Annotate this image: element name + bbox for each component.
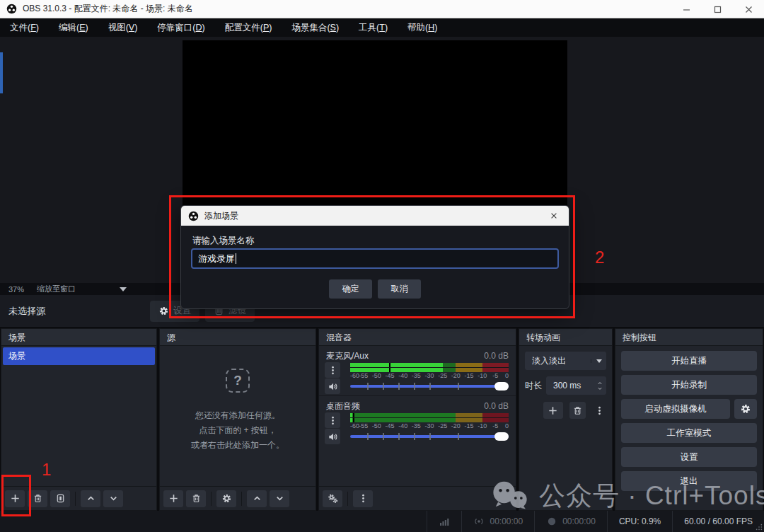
menu-scene-collection[interactable]: 场景集合(S) <box>282 18 349 37</box>
slider-ticks <box>353 433 445 440</box>
signal-bars-icon <box>439 516 450 527</box>
advanced-audio-button[interactable] <box>323 490 342 507</box>
minimize-button[interactable] <box>671 0 702 18</box>
mute-button[interactable] <box>325 429 340 444</box>
wechat-icon <box>491 480 529 512</box>
channel-menu-button[interactable] <box>325 412 340 428</box>
window-titlebar: OBS 31.0.3 - 配置文件: 未命名 - 场景: 未命名 <box>0 0 764 18</box>
speaker-icon <box>328 432 338 442</box>
studio-mode-button[interactable]: 工作室模式 <box>621 423 757 443</box>
watermark: 公众号 · Ctrl+Tools <box>491 478 764 514</box>
start-recording-button[interactable]: 开始录制 <box>621 375 757 395</box>
annotation-step-2: 2 <box>595 248 604 267</box>
dock-accent-strip <box>0 52 3 93</box>
source-properties-button[interactable] <box>216 490 236 507</box>
transition-menu-button[interactable] <box>594 403 606 418</box>
sources-panel: 源 ? 您还没有添加任何源。 点击下面的 + 按钮， 或者右击此处添加一个。 <box>159 328 316 511</box>
remove-source-button[interactable] <box>186 490 206 507</box>
mixer-menu-button[interactable] <box>353 490 373 507</box>
virtual-camera-settings-button[interactable] <box>734 399 757 419</box>
close-button[interactable] <box>733 0 764 18</box>
channel-name: 桌面音频 <box>326 400 360 412</box>
sources-empty-text: 您还没有添加任何源。 点击下面的 + 按钮， 或者右击此处添加一个。 <box>191 408 284 453</box>
add-source-button[interactable] <box>163 490 183 507</box>
menu-tools[interactable]: 工具(T) <box>349 18 398 37</box>
divider <box>75 492 76 506</box>
mute-button[interactable] <box>325 378 340 394</box>
resize-grip-icon[interactable] <box>756 524 763 531</box>
kebab-menu-icon <box>328 365 338 376</box>
menu-file[interactable]: 文件(F) <box>0 18 49 37</box>
gear-icon <box>740 403 751 415</box>
transition-select[interactable]: 淡入淡出 <box>525 352 606 370</box>
volume-slider[interactable] <box>350 432 509 441</box>
meter-scale: -60-55-50-45-40-35-30-25-20-15-10-50 <box>350 422 509 430</box>
trash-icon <box>191 493 202 504</box>
channel-menu-button[interactable] <box>325 362 340 378</box>
status-bar: 00:00:00 00:00:00 CPU: 0.9% 60.00 / 60.0… <box>0 511 764 532</box>
volume-slider[interactable] <box>350 381 509 391</box>
filter-icon <box>55 493 66 504</box>
plus-icon <box>548 405 558 416</box>
obs-logo-icon <box>6 4 17 14</box>
scene-move-up-button[interactable] <box>81 490 100 507</box>
duration-spinbox[interactable]: 300 ms <box>546 376 606 395</box>
menu-docks[interactable]: 停靠窗口(D) <box>147 18 214 37</box>
source-move-down-button[interactable] <box>270 490 289 507</box>
start-virtual-camera-button[interactable]: 启动虚拟摄像机 <box>621 399 730 419</box>
speaker-icon <box>328 381 338 392</box>
plus-icon <box>168 493 179 504</box>
meter-scale: -60-55-50-45-40-35-30-25-20-15-10-50 <box>350 372 509 380</box>
mixer-channel-mic: 麦克风/Aux 0.0 dB -60-55-50-45-40-35-30-25-… <box>319 346 516 396</box>
transitions-panel-title: 转场动画 <box>519 329 612 346</box>
menu-bar: 文件(F) 编辑(E) 视图(V) 停靠窗口(D) 配置文件(P) 场景集合(S… <box>0 18 764 37</box>
kebab-menu-icon <box>594 405 605 416</box>
sources-empty-state[interactable]: ? 您还没有添加任何源。 点击下面的 + 按钮， 或者右击此处添加一个。 <box>160 369 316 453</box>
chevron-up-icon <box>252 493 262 504</box>
scenes-panel-title: 场景 <box>1 329 156 346</box>
scene-filters-button[interactable] <box>50 490 70 507</box>
source-move-up-button[interactable] <box>247 490 267 507</box>
duration-stepper[interactable] <box>595 381 606 391</box>
channel-level-db: 0.0 dB <box>484 351 509 361</box>
slider-tick <box>458 383 459 390</box>
start-streaming-button[interactable]: 开始直播 <box>621 351 757 371</box>
chevron-down-icon <box>591 359 606 363</box>
spin-down-icon[interactable] <box>596 386 603 391</box>
scene-move-down-button[interactable] <box>103 490 123 507</box>
scene-list-item[interactable]: 场景 <box>3 347 155 365</box>
menu-edit[interactable]: 编辑(E) <box>49 18 98 37</box>
slider-handle[interactable] <box>494 382 509 391</box>
remove-transition-button[interactable] <box>569 402 586 419</box>
controls-panel-title: 控制按钮 <box>615 329 763 346</box>
settings-button[interactable]: 设置 <box>621 447 757 467</box>
record-timer: 00:00:00 <box>534 511 607 532</box>
chevron-down-icon <box>274 493 285 504</box>
menu-help[interactable]: 帮助(H) <box>398 18 447 37</box>
volume-meter <box>350 363 509 372</box>
annotation-box-add-scene <box>1 475 31 516</box>
kebab-menu-icon <box>358 493 369 504</box>
channel-name: 麦克风/Aux <box>326 350 369 362</box>
divider <box>211 492 212 506</box>
zoom-mode[interactable]: 缩放至窗口 <box>37 284 76 294</box>
trash-icon <box>33 493 43 504</box>
obs-window: OBS 31.0.3 - 配置文件: 未命名 - 场景: 未命名 文件(F) 编… <box>0 0 764 532</box>
window-title: OBS 31.0.3 - 配置文件: 未命名 - 场景: 未命名 <box>23 3 193 15</box>
transition-selected-value: 淡入淡出 <box>525 355 591 367</box>
no-source-label: 未选择源 <box>8 305 45 318</box>
mixer-toolbar <box>319 486 516 510</box>
menu-profile[interactable]: 配置文件(P) <box>215 18 282 37</box>
fps-counter: 60.00 / 60.00 FPS <box>672 511 764 532</box>
spin-up-icon[interactable] <box>596 381 603 386</box>
question-mark-icon: ? <box>226 369 250 393</box>
cpu-usage: CPU: 0.9% <box>607 511 672 532</box>
chevron-down-icon <box>108 493 119 504</box>
menu-view[interactable]: 视图(V) <box>98 18 148 37</box>
chevron-down-icon[interactable] <box>120 287 127 291</box>
add-transition-button[interactable] <box>543 402 563 419</box>
divider <box>241 492 242 506</box>
maximize-button[interactable] <box>702 0 733 18</box>
broadcast-icon <box>473 516 485 527</box>
slider-handle[interactable] <box>494 432 509 441</box>
